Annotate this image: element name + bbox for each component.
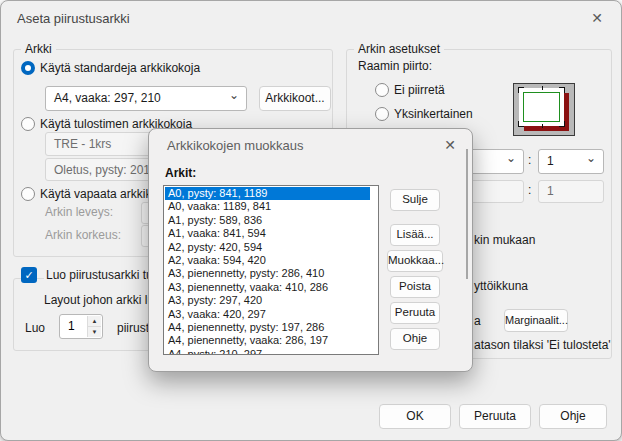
yttoikkuna-text: yttöikkuna — [474, 279, 528, 293]
chevron-down-icon: ⌄ — [229, 88, 239, 102]
list-item[interactable]: A1, vaaka: 841, 594 — [165, 227, 370, 240]
list-item[interactable]: A4, pienennetty, vaaka: 286, 197 — [165, 334, 370, 347]
help-button[interactable]: Ohje — [539, 404, 607, 429]
scrollbar-thumb[interactable] — [466, 149, 468, 279]
cancel-button[interactable]: Peruuta — [459, 404, 531, 429]
atason-text: atason tilaksi 'Ei tulosteta' — [474, 338, 611, 352]
list-item[interactable]: A3, pienennetty, vaaka: 410, 286 — [165, 281, 370, 294]
peruuta-button[interactable]: Peruuta — [390, 302, 440, 324]
list-item[interactable]: A0, vaaka: 1189, 841 — [165, 200, 370, 213]
scale-value: 1 — [547, 154, 554, 168]
screen: Aseta piirustusarkki ✕ Arkki Käytä stand… — [0, 0, 622, 441]
sheet-size-listbox[interactable]: A0, pysty: 841, 1189A0, vaaka: 1189, 841… — [163, 185, 379, 355]
crop-mark-icon — [542, 124, 543, 128]
stepper-up-icon[interactable]: ▲ — [87, 316, 101, 327]
radio-free-size[interactable] — [21, 187, 35, 201]
ok-button[interactable]: OK — [379, 404, 451, 429]
scale-separator-2: : — [528, 183, 531, 197]
radio-yksinkertainen-label[interactable]: Yksinkertainen — [394, 107, 473, 121]
close-icon[interactable]: ✕ — [591, 10, 603, 26]
stepper-down-icon[interactable]: ▼ — [87, 327, 101, 338]
a-text: a — [474, 314, 481, 328]
scale-value-2: 1 — [547, 184, 554, 198]
sheet-count-value: 1 — [68, 319, 75, 333]
arkit-label: Arkit: — [165, 166, 196, 180]
frame-preview-image — [513, 83, 575, 136]
muokkaa-button[interactable]: Muokkaa... — [387, 250, 443, 272]
crop-mark-icon — [559, 121, 565, 127]
crop-mark-icon — [559, 87, 565, 93]
kin-mukaan-text: kin mukaan — [474, 233, 535, 247]
ohje-button[interactable]: Ohje — [390, 328, 440, 350]
list-item[interactable]: A1, pysty: 589, 836 — [165, 214, 370, 227]
list-item[interactable]: A3, vaaka: 420, 297 — [165, 308, 370, 321]
luo-label: Luo — [25, 321, 45, 335]
chevron-down-icon: ⌄ — [586, 151, 596, 165]
sheet-count-stepper[interactable]: 1 ▲ ▼ — [59, 314, 103, 339]
scale-field-right: 1 — [538, 180, 604, 203]
list-item[interactable]: A3, pienennetty, pysty: 286, 410 — [165, 267, 370, 280]
radio-ei-piirreta[interactable] — [375, 83, 389, 97]
sulje-button[interactable]: Sulje — [390, 189, 440, 211]
preview-page — [519, 88, 564, 126]
aseta-piirustusarkki-dialog: Aseta piirustusarkki ✕ Arkki Käytä stand… — [0, 0, 622, 441]
dialog-title: Aseta piirustusarkki — [17, 11, 130, 26]
arkkikoot-button[interactable]: Arkkikoot... — [259, 86, 331, 111]
radio-yksinkertainen[interactable] — [375, 107, 389, 121]
raamin-piirto-label: Raamin piirto: — [358, 59, 432, 73]
arkki-group-label: Arkki — [21, 42, 56, 56]
list-item[interactable]: A3, pysty: 297, 420 — [165, 294, 370, 307]
list-item[interactable]: A4, pienennetty, pysty: 197, 286 — [165, 321, 370, 334]
list-item[interactable]: A0, pysty: 841, 1189 — [165, 187, 370, 200]
standard-size-value: A4, vaaka: 297, 210 — [54, 91, 161, 105]
poista-button[interactable]: Poista — [390, 276, 440, 298]
scale-separator: : — [528, 153, 531, 167]
radio-standard-sizes[interactable] — [21, 61, 35, 75]
radio-ei-piirreta-label[interactable]: Ei piirretä — [394, 83, 445, 97]
sheet-height-label: Arkin korkeus: — [45, 228, 121, 242]
preview-frame-rect — [523, 92, 560, 122]
radio-free-size-label[interactable]: Käytä vapaata arkkik — [40, 187, 151, 201]
arkin-asetukset-group-label: Arkin asetukset — [354, 42, 444, 56]
create-sheet-checkbox[interactable]: ✓ — [21, 267, 37, 283]
radio-printer-sizes[interactable] — [21, 117, 35, 131]
crop-mark-icon — [518, 121, 524, 127]
radio-standard-sizes-label[interactable]: Käytä standardeja arkkikokoja — [40, 61, 200, 75]
chevron-down-icon: ⌄ — [506, 151, 516, 165]
list-item[interactable]: A4, pysty: 210, 297 — [165, 348, 370, 355]
close-icon[interactable]: ✕ — [444, 137, 456, 153]
standard-size-combobox[interactable]: A4, vaaka: 297, 210 ⌄ — [45, 86, 247, 111]
printer-combobox-value: TRE - 1krs — [54, 137, 111, 151]
lisaa-button[interactable]: Lisää... — [390, 224, 440, 246]
printer-size-value: Oletus, pysty: 201, — [54, 163, 153, 177]
list-item[interactable]: A2, pysty: 420, 594 — [165, 241, 370, 254]
modal-title: Arkkikokojen muokkaus — [167, 138, 304, 153]
crop-mark-icon — [518, 87, 524, 93]
list-item[interactable]: A2, vaaka: 594, 420 — [165, 254, 370, 267]
crop-mark-icon — [542, 86, 543, 90]
arkkikokojen-muokkaus-dialog: Arkkikokojen muokkaus ✕ Arkit: A0, pysty… — [148, 128, 473, 372]
marginaalit-button[interactable]: Marginaalit... — [504, 309, 568, 332]
sheet-width-label: Arkin leveys: — [45, 205, 113, 219]
scale-combobox-right[interactable]: 1 ⌄ — [538, 149, 604, 174]
